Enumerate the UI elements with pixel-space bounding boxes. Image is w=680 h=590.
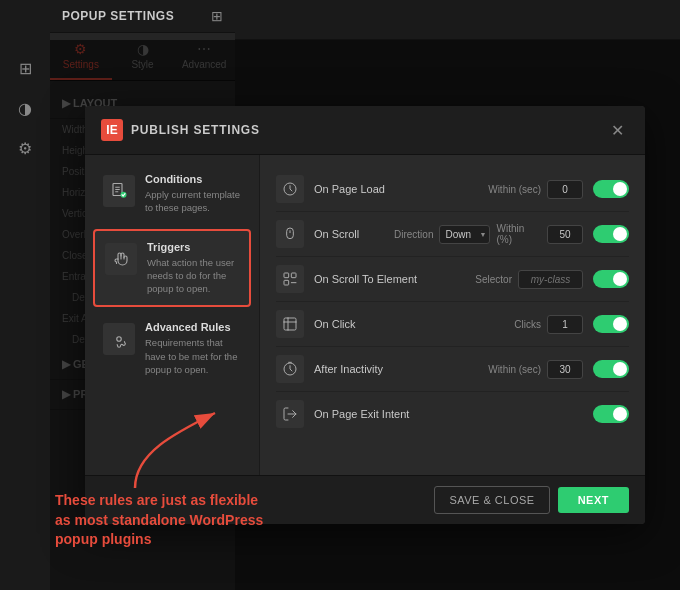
scroll-label: On Scroll bbox=[314, 228, 394, 240]
toggle-knob bbox=[613, 407, 627, 421]
trigger-exit-intent: On Page Exit Intent bbox=[276, 392, 629, 436]
elementor-sidebar: ⊞ ◑ ⚙ bbox=[0, 0, 50, 590]
page-load-icon bbox=[276, 175, 304, 203]
click-icon bbox=[276, 310, 304, 338]
click-label: On Click bbox=[314, 318, 514, 330]
conditions-icon bbox=[103, 175, 135, 207]
modal-title: PUBLISH SETTINGS bbox=[131, 123, 260, 137]
toggle-knob bbox=[613, 272, 627, 286]
next-button[interactable]: NEXT bbox=[558, 487, 629, 513]
svg-rect-11 bbox=[284, 273, 289, 278]
inactivity-icon bbox=[276, 355, 304, 383]
toggle-knob bbox=[613, 182, 627, 196]
trigger-page-load: On Page Load Within (sec) bbox=[276, 167, 629, 212]
scroll-controls: Direction Down Up Within (%) bbox=[394, 223, 583, 245]
hand-icon bbox=[112, 250, 130, 268]
sidebar-item-triggers[interactable]: Triggers What action the user needs to d… bbox=[93, 229, 251, 308]
scroll-element-toggle[interactable] bbox=[593, 270, 629, 288]
elementor-logo: IE bbox=[101, 119, 123, 141]
scroll-element-icon bbox=[276, 265, 304, 293]
modal-close-button[interactable]: ✕ bbox=[605, 118, 629, 142]
sidebar-icon-menu[interactable]: ⊞ bbox=[7, 50, 43, 86]
save-close-button[interactable]: SAVE & CLOSE bbox=[434, 486, 549, 514]
click-controls: Clicks bbox=[514, 315, 583, 334]
scroll-element-label: On Scroll To Element bbox=[314, 273, 475, 285]
exit-intent-label: On Page Exit Intent bbox=[314, 408, 583, 420]
trigger-scroll-element: On Scroll To Element Selector bbox=[276, 257, 629, 302]
modal-header-left: IE PUBLISH SETTINGS bbox=[101, 119, 260, 141]
triggers-content: On Page Load Within (sec) bbox=[260, 155, 645, 475]
scroll-element-controls: Selector bbox=[475, 270, 583, 289]
page-load-input[interactable] bbox=[547, 180, 583, 199]
gear-list-icon bbox=[110, 330, 128, 348]
conditions-text: Conditions Apply current template to the… bbox=[145, 173, 241, 215]
scroll-icon bbox=[276, 220, 304, 248]
panel-header: Popup Settings ⊞ bbox=[50, 0, 235, 33]
sidebar-icon-style[interactable]: ◑ bbox=[7, 90, 43, 126]
page-load-toggle[interactable] bbox=[593, 180, 629, 198]
trigger-click: On Click Clicks bbox=[276, 302, 629, 347]
scroll-element-input[interactable] bbox=[518, 270, 583, 289]
inactivity-controls: Within (sec) bbox=[488, 360, 583, 379]
panel-grid-icon[interactable]: ⊞ bbox=[211, 8, 223, 24]
scroll-toggle[interactable] bbox=[593, 225, 629, 243]
svg-rect-9 bbox=[287, 228, 294, 239]
scroll-direction-select[interactable]: Down Up bbox=[439, 225, 490, 244]
inactivity-toggle[interactable] bbox=[593, 360, 629, 378]
annotation-arrow bbox=[115, 403, 235, 493]
advanced-rules-text: Advanced Rules Requirements that have to… bbox=[145, 321, 241, 376]
modal-header: IE PUBLISH SETTINGS ✕ bbox=[85, 106, 645, 155]
sidebar-item-conditions[interactable]: Conditions Apply current template to the… bbox=[93, 163, 251, 225]
triggers-icon bbox=[105, 243, 137, 275]
svg-rect-13 bbox=[284, 280, 289, 285]
file-icon bbox=[110, 182, 128, 200]
toggle-knob bbox=[613, 362, 627, 376]
panel-title: Popup Settings bbox=[62, 9, 174, 23]
page-load-controls: Within (sec) bbox=[488, 180, 583, 199]
inactivity-label: After Inactivity bbox=[314, 363, 488, 375]
advanced-rules-icon bbox=[103, 323, 135, 355]
toggle-knob bbox=[613, 317, 627, 331]
click-toggle[interactable] bbox=[593, 315, 629, 333]
annotation-area: These rules are just as flexible as most… bbox=[55, 483, 275, 550]
trigger-inactivity: After Inactivity Within (sec) bbox=[276, 347, 629, 392]
inactivity-input[interactable] bbox=[547, 360, 583, 379]
svg-point-7 bbox=[117, 337, 122, 342]
exit-intent-toggle[interactable] bbox=[593, 405, 629, 423]
triggers-text: Triggers What action the user needs to d… bbox=[147, 241, 239, 296]
toggle-knob bbox=[613, 227, 627, 241]
svg-rect-12 bbox=[291, 273, 296, 278]
scroll-percent-input[interactable] bbox=[547, 225, 583, 244]
click-input[interactable] bbox=[547, 315, 583, 334]
page-load-label: On Page Load bbox=[314, 183, 488, 195]
trigger-scroll: On Scroll Direction Down Up Within (%) bbox=[276, 212, 629, 257]
exit-intent-icon bbox=[276, 400, 304, 428]
annotation-text: These rules are just as flexible as most… bbox=[55, 491, 275, 550]
scroll-direction-wrapper: Down Up bbox=[439, 224, 490, 244]
sidebar-icon-advanced[interactable]: ⚙ bbox=[7, 130, 43, 166]
sidebar-item-advanced-rules[interactable]: Advanced Rules Requirements that have to… bbox=[93, 311, 251, 386]
